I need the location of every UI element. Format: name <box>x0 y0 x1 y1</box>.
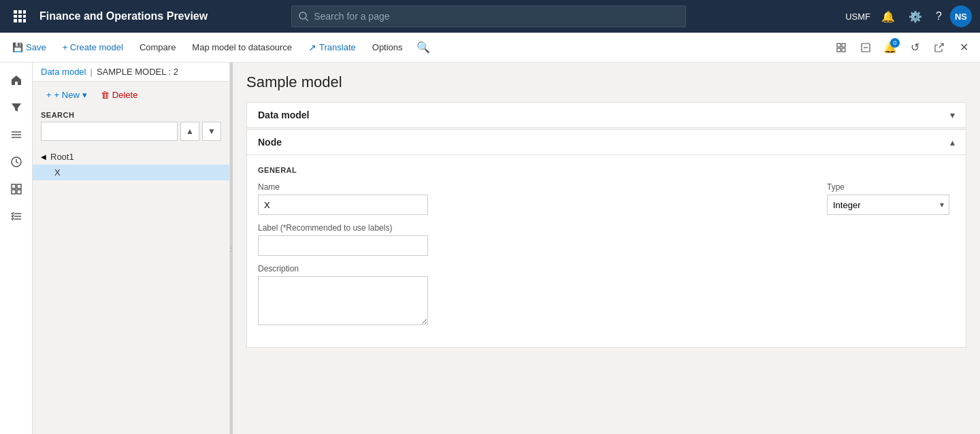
panel-toolbar: + + New ▾ 🗑 Delete <box>33 82 229 108</box>
node-left-form: GENERAL Name Label (*Recommended to use … <box>258 166 805 336</box>
svg-rect-13 <box>837 48 840 52</box>
svg-rect-14 <box>842 48 845 52</box>
svg-rect-11 <box>837 44 840 47</box>
command-bar-right: 🔔 0 ↺ ✕ <box>830 37 975 59</box>
home-icon-button[interactable] <box>4 68 29 93</box>
save-icon: 💾 <box>12 42 23 52</box>
type-select[interactable]: Integer String Boolean Real Date Datetim… <box>827 195 949 215</box>
node-form-area: GENERAL Name Label (*Recommended to use … <box>258 166 955 336</box>
translate-icon: ↗ <box>308 42 316 53</box>
company-code: USMF <box>845 12 870 22</box>
clock-icon-button[interactable] <box>4 150 29 174</box>
type-select-wrapper: Integer String Boolean Real Date Datetim… <box>827 195 949 215</box>
name-input[interactable] <box>258 195 428 215</box>
command-bar: 💾 Save + Create model Compare Map model … <box>0 33 980 63</box>
new-chevron-icon: ▾ <box>82 90 87 100</box>
search-input[interactable] <box>314 11 679 22</box>
search-section: SEARCH ▲ ▼ <box>33 108 229 146</box>
svg-rect-8 <box>23 19 26 22</box>
grid-menu-button[interactable] <box>8 6 31 27</box>
svg-rect-3 <box>14 15 17 18</box>
notifications-button[interactable]: 🔔 <box>876 6 900 27</box>
svg-rect-4 <box>18 15 22 18</box>
svg-rect-6 <box>14 19 17 22</box>
svg-rect-22 <box>12 184 16 188</box>
delete-button[interactable]: 🗑 Delete <box>95 87 144 103</box>
tree-item-label-x: X <box>54 167 61 178</box>
svg-rect-12 <box>842 44 845 47</box>
breadcrumb-current: SAMPLE MODEL : 2 <box>97 67 178 77</box>
create-model-button[interactable]: + Create model <box>56 37 130 59</box>
delete-icon: 🗑 <box>101 90 110 100</box>
svg-rect-1 <box>18 10 22 14</box>
type-field-group: Type Integer String Boolean Real Date Da… <box>827 182 955 215</box>
search-down-button[interactable]: ▼ <box>202 122 221 141</box>
refresh-button[interactable]: ↺ <box>904 37 926 59</box>
search-row: ▲ ▼ <box>41 122 221 141</box>
new-icon: + <box>46 90 52 100</box>
user-avatar[interactable]: NS <box>950 5 972 27</box>
new-button[interactable]: + + New ▾ <box>41 87 93 103</box>
help-button[interactable]: ? <box>930 6 947 27</box>
grid-icon-button[interactable] <box>4 177 29 201</box>
tree-search-input[interactable] <box>41 122 178 141</box>
design-mode-button[interactable] <box>830 37 852 59</box>
type-label: Type <box>827 182 955 192</box>
tree-item-x[interactable]: X <box>33 165 229 180</box>
top-nav-right: USMF 🔔 ⚙️ ? NS <box>845 5 972 27</box>
sidebar-icons <box>0 63 33 434</box>
search-label: SEARCH <box>41 111 221 119</box>
search-icon <box>299 12 308 21</box>
name-label: Name <box>258 182 805 192</box>
svg-rect-23 <box>17 184 21 188</box>
collapse-icon: ◀ <box>41 153 46 161</box>
checklist-icon-button[interactable] <box>4 204 29 229</box>
top-navigation: Finance and Operations Preview USMF 🔔 ⚙️… <box>0 0 980 33</box>
name-field-group: Name <box>258 182 805 215</box>
description-textarea[interactable] <box>258 276 428 325</box>
description-field-group: Description <box>258 264 805 328</box>
svg-rect-5 <box>23 15 26 18</box>
svg-rect-7 <box>18 19 22 22</box>
data-model-section-title: Data model <box>258 110 309 120</box>
options-button[interactable]: Options <box>365 37 410 59</box>
svg-rect-0 <box>14 10 17 14</box>
data-model-section-header[interactable]: Data model ▾ <box>247 103 966 127</box>
search-command-button[interactable]: 🔍 <box>412 37 434 59</box>
label-input[interactable] <box>258 235 428 256</box>
filter-icon-button[interactable] <box>4 95 29 120</box>
tree-container: ◀ Root1 X <box>33 146 229 434</box>
node-right-form: Type Integer String Boolean Real Date Da… <box>805 166 955 336</box>
save-button[interactable]: 💾 Save <box>5 37 53 59</box>
translate-button[interactable]: ↗ Translate <box>301 37 363 59</box>
expand-button[interactable] <box>855 37 877 59</box>
svg-point-9 <box>299 12 306 19</box>
app-title: Finance and Operations Preview <box>39 10 208 22</box>
main-layout: Data model | SAMPLE MODEL : 2 + + New ▾ … <box>0 63 980 434</box>
general-subsection-title: GENERAL <box>258 166 805 174</box>
open-new-window-button[interactable] <box>928 37 950 59</box>
search-up-button[interactable]: ▲ <box>180 122 199 141</box>
breadcrumb-link[interactable]: Data model <box>41 67 86 77</box>
svg-line-10 <box>306 18 308 21</box>
label-label: Label (*Recommended to use labels) <box>258 223 805 233</box>
close-button[interactable]: ✕ <box>953 37 975 59</box>
svg-rect-24 <box>12 190 16 194</box>
tree-item-root1[interactable]: ◀ Root1 <box>33 149 229 165</box>
right-panel: Sample model Data model ▾ Node ▴ GENERAL <box>233 63 980 434</box>
breadcrumb-separator: | <box>90 67 92 77</box>
notification-badge: 0 <box>890 38 900 48</box>
compare-button[interactable]: Compare <box>133 37 182 59</box>
data-model-section: Data model ▾ <box>246 102 966 128</box>
notification-badge-button[interactable]: 🔔 0 <box>879 37 901 59</box>
node-section-content: GENERAL Name Label (*Recommended to use … <box>247 155 966 347</box>
description-label: Description <box>258 264 805 273</box>
node-section-title: Node <box>258 137 282 148</box>
list-icon-button[interactable] <box>4 122 29 147</box>
settings-button[interactable]: ⚙️ <box>903 6 928 27</box>
breadcrumb: Data model | SAMPLE MODEL : 2 <box>33 63 229 82</box>
left-panel: Data model | SAMPLE MODEL : 2 + + New ▾ … <box>33 63 230 434</box>
map-model-button[interactable]: Map model to datasource <box>185 37 299 59</box>
global-search[interactable] <box>291 5 686 27</box>
node-section-header[interactable]: Node ▴ <box>247 130 966 155</box>
